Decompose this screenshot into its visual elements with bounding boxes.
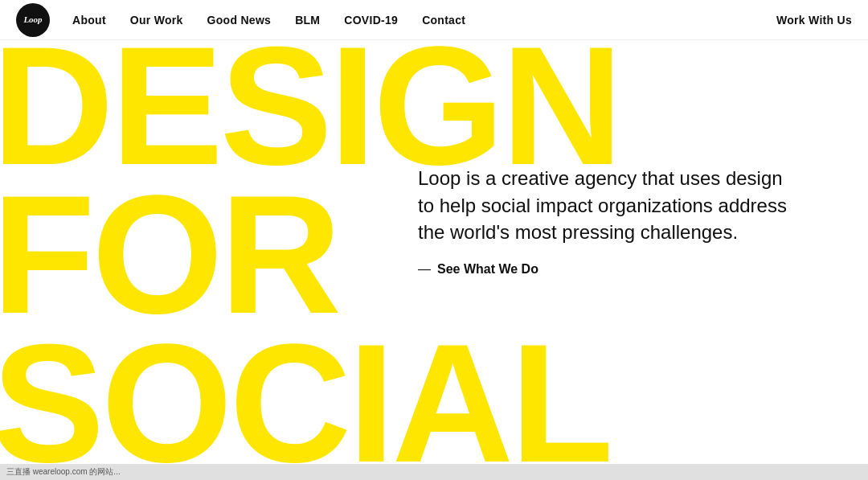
status-bar: 三直播 weareloop.com 的网站... <box>0 464 868 480</box>
nav-good-news[interactable]: Good News <box>207 14 272 27</box>
description-panel: Loop is a creative agency that uses desi… <box>418 165 804 277</box>
nav-blm[interactable]: BLM <box>295 14 320 27</box>
logo[interactable]: Loop <box>16 3 50 37</box>
nav-our-work[interactable]: Our Work <box>130 14 183 27</box>
nav-covid[interactable]: COVID-19 <box>344 14 398 27</box>
status-bar-text: 三直播 weareloop.com 的网站... <box>6 466 121 478</box>
cta-label: See What We Do <box>437 262 538 277</box>
cta-dash: — <box>418 262 431 277</box>
hero-line-social: SOCIAL <box>0 330 868 478</box>
nav-about[interactable]: About <box>72 14 106 27</box>
nav-links: About Our Work Good News BLM COVID-19 Co… <box>72 14 776 27</box>
nav-contact[interactable]: Contact <box>422 14 465 27</box>
see-what-link[interactable]: — See What We Do <box>418 262 804 277</box>
logo-text: Loop <box>23 15 42 24</box>
navbar: Loop About Our Work Good News BLM COVID-… <box>0 0 868 40</box>
nav-work-with-us[interactable]: Work With Us <box>776 14 852 27</box>
description-text: Loop is a creative agency that uses desi… <box>418 165 804 246</box>
hero-section: DESIGN FOR SOCIAL Loop is a creative age… <box>0 40 868 480</box>
